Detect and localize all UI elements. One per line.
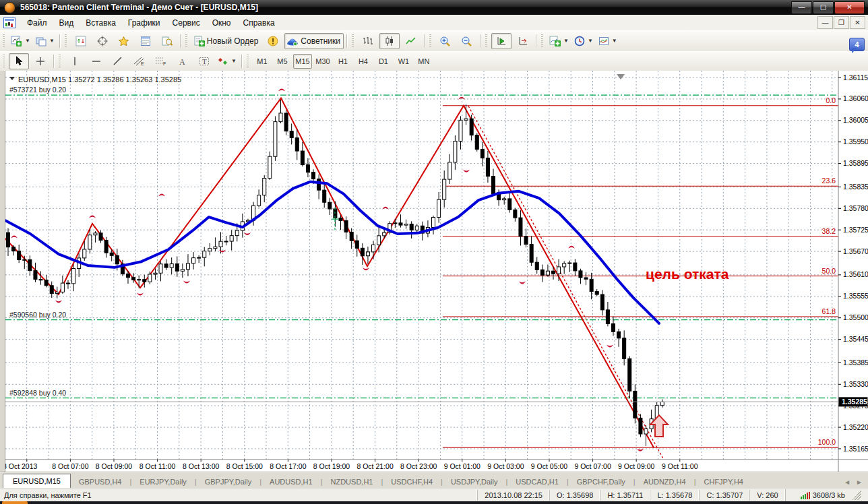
chart-shift-button[interactable]: [513, 33, 533, 49]
data-window-button[interactable]: [157, 33, 177, 49]
timeframe-h1-button[interactable]: H1: [334, 54, 352, 69]
menu-окно[interactable]: Окно: [206, 16, 237, 30]
timeframe-mn-button[interactable]: MN: [414, 54, 433, 69]
timeframe-h4-button[interactable]: H4: [354, 54, 373, 69]
tab-audusd-h1[interactable]: AUDUSD,H1: [261, 475, 321, 489]
text-button[interactable]: A: [173, 53, 193, 69]
zoom-out-button[interactable]: [457, 33, 477, 49]
tab-audnzd-h4[interactable]: AUDNZD,H4: [636, 475, 694, 489]
toolbar-grip[interactable]: [485, 34, 488, 48]
menu-сервис[interactable]: Сервис: [166, 16, 206, 30]
new-order-button[interactable]: Новый Ордер: [191, 33, 261, 49]
menu-файл[interactable]: Файл: [21, 16, 53, 30]
zoom-in-button[interactable]: [435, 33, 456, 49]
close-button[interactable]: ✕: [834, 1, 865, 14]
toolbar-grip[interactable]: [185, 34, 188, 48]
fib-label: 100.0: [818, 438, 836, 446]
chevron-down-icon[interactable]: ▼: [563, 38, 569, 44]
menu-вставка[interactable]: Вставка: [80, 16, 122, 30]
timeframe-m30-button[interactable]: M30: [313, 54, 332, 69]
chart-profiles-button[interactable]: ▼: [34, 33, 57, 49]
price-tick: 1.35330: [843, 380, 868, 388]
mdi-restore-button[interactable]: ❐: [834, 16, 849, 29]
maximize-button[interactable]: ▢: [813, 1, 834, 14]
periods-button[interactable]: ▼: [572, 33, 595, 49]
menu-вид[interactable]: Вид: [53, 16, 80, 30]
price-axis[interactable]: 1.361151.360601.360051.359501.358951.358…: [838, 71, 868, 472]
chevron-down-icon[interactable]: ▼: [25, 38, 30, 44]
chevron-down-icon[interactable]: ▼: [612, 38, 617, 44]
line-chart-button[interactable]: [401, 33, 421, 49]
templates-button[interactable]: ▼: [596, 33, 619, 49]
expert-advisors-button[interactable]: Советники: [284, 33, 344, 49]
title-bar[interactable]: 565018: Panteon Client Terminal - Демо С…: [0, 0, 868, 15]
time-tick: 8 Oct 17:00: [270, 462, 306, 470]
arrow-objects-button[interactable]: ▼: [216, 53, 239, 69]
chevron-down-icon[interactable]: ▼: [49, 38, 55, 44]
mdi-close-button[interactable]: ✕: [850, 16, 865, 29]
chevron-down-icon[interactable]: ▼: [231, 58, 237, 64]
tab-usdjpy-daily[interactable]: USDJPY,Daily: [443, 475, 506, 489]
timeframe-m15-button[interactable]: M15: [293, 54, 312, 69]
cursor-button[interactable]: [9, 53, 29, 69]
resize-grip[interactable]: [852, 491, 861, 500]
fibonacci-button[interactable]: F: [151, 53, 171, 69]
price-chart: 0.023.638.250.061.8100.0#573721 buy 0.20…: [0, 71, 868, 472]
toolbar-grip[interactable]: [540, 34, 544, 48]
timeframe-d1-button[interactable]: D1: [374, 54, 393, 69]
timeframe-m5-button[interactable]: M5: [273, 54, 292, 69]
new-chart-button[interactable]: ▼: [9, 33, 32, 49]
tab-eurjpy-daily[interactable]: EURJPY,Daily: [131, 475, 195, 489]
time-tick: 8 Oct 13:00: [183, 462, 219, 470]
tab-gbpjpy-daily[interactable]: GBPJPY,Daily: [197, 475, 260, 489]
toolbar-separator: [424, 34, 425, 48]
alert-button[interactable]: [263, 33, 283, 49]
tab-nzdusd-h1[interactable]: NZDUSD,H1: [323, 475, 381, 489]
trend-line-button[interactable]: [108, 53, 128, 69]
timeframe-w1-button[interactable]: W1: [394, 54, 413, 69]
tab-chfjpy-h4[interactable]: CHFJPY,H4: [696, 475, 751, 489]
toolbar-grip[interactable]: [351, 34, 354, 48]
tick-chart-button[interactable]: [71, 33, 91, 49]
horizontal-line-button[interactable]: [86, 53, 106, 69]
toolbar-grip[interactable]: [429, 34, 432, 48]
crosshair-target-button[interactable]: [92, 33, 113, 49]
toolbar-grip[interactable]: [64, 34, 67, 48]
crosshair-button[interactable]: [30, 53, 51, 69]
equidistant-channel-button[interactable]: E: [129, 53, 150, 69]
indicators-button[interactable]: ▼: [547, 33, 571, 49]
toolbar-grip[interactable]: [246, 55, 249, 68]
tabs-scroll-left-icon[interactable]: ◄: [844, 478, 850, 486]
tab-usdchf-h4[interactable]: USDCHF,H4: [383, 475, 441, 489]
notification-badge[interactable]: 4: [849, 38, 865, 51]
toolbar-grip[interactable]: [2, 34, 5, 48]
tab-gbpchf-daily[interactable]: GBPCHF,Daily: [569, 475, 633, 489]
toolbar-grip[interactable]: [58, 55, 61, 68]
tab-gbpusd-h4[interactable]: GBPUSD,H4: [71, 475, 130, 489]
bars-chart-button[interactable]: [358, 33, 378, 49]
price-tick: 1.35835: [843, 183, 868, 191]
price-tick: 1.35670: [843, 247, 868, 255]
menu-графики[interactable]: Графики: [122, 16, 166, 30]
tabs-scroll-right-icon[interactable]: ►: [856, 478, 863, 486]
candles-chart-button[interactable]: [379, 33, 400, 49]
minimize-button[interactable]: —: [791, 1, 812, 14]
auto-scroll-button[interactable]: [491, 33, 512, 49]
mdi-minimize-button[interactable]: —: [817, 16, 833, 29]
favorites-star-button[interactable]: [114, 33, 134, 49]
fibonacci-icon: F: [155, 56, 167, 67]
market-watch-button[interactable]: [135, 33, 156, 49]
price-tick: 1.35500: [843, 313, 868, 321]
market-watch-icon: [140, 36, 151, 46]
chart-header: EURUSD,M15 1.35272 1.35286 1.35263 1.352…: [9, 75, 181, 84]
chart-canvas[interactable]: 0.023.638.250.061.8100.0#573721 buy 0.20…: [0, 71, 868, 472]
fib-label: 38.2: [822, 227, 836, 235]
vertical-line-button[interactable]: [65, 53, 85, 69]
tab-usdcad-h1[interactable]: USDCAD,H1: [507, 475, 567, 489]
toolbar-grip[interactable]: [2, 55, 5, 68]
menu-справка[interactable]: Справка: [237, 16, 281, 30]
tab-eurusd-m15[interactable]: EURUSD,M15: [3, 474, 71, 489]
text-label-button[interactable]: T: [194, 53, 214, 69]
timeframe-m1-button[interactable]: M1: [253, 54, 272, 69]
chevron-down-icon[interactable]: ▼: [588, 38, 593, 44]
